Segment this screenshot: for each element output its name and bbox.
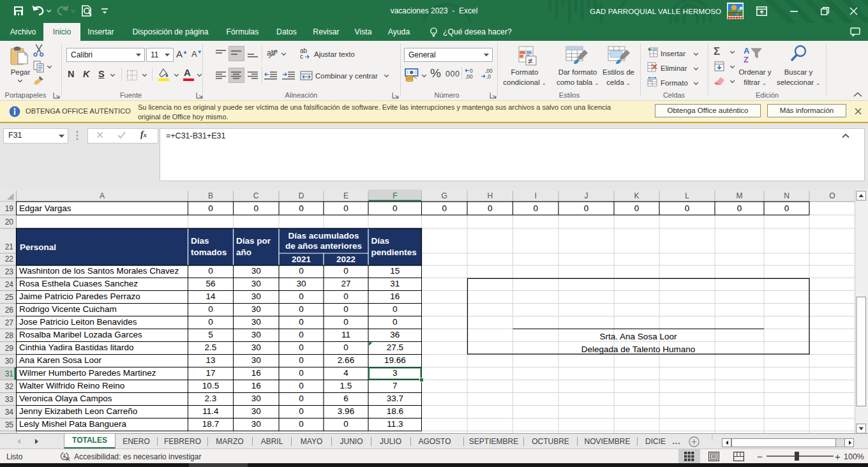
svg-text:30: 30 (251, 406, 261, 416)
svg-text:0: 0 (533, 203, 538, 212)
svg-text:0: 0 (299, 203, 304, 212)
svg-text:33: 33 (5, 394, 14, 403)
svg-text:30: 30 (251, 292, 261, 301)
svg-text:0: 0 (634, 203, 640, 212)
svg-text:15: 15 (390, 266, 400, 276)
svg-text:30: 30 (251, 317, 261, 327)
svg-text:Lesly Mishel Pata Banguera: Lesly Mishel Pata Banguera (19, 419, 127, 429)
svg-text:3.96: 3.96 (338, 406, 354, 416)
svg-text:2022: 2022 (336, 254, 355, 263)
svg-text:Días: Días (191, 236, 209, 246)
svg-text:24: 24 (5, 279, 14, 288)
svg-text:F: F (393, 191, 397, 200)
svg-text:4: 4 (343, 368, 348, 378)
svg-text:0: 0 (299, 304, 304, 314)
svg-text:J: J (585, 191, 588, 200)
svg-text:Rosa Esthela Cuases Sanchez: Rosa Esthela Cuases Sanchez (19, 279, 138, 288)
svg-text:0: 0 (393, 317, 398, 327)
svg-text:Veronica Olaya Campos: Veronica Olaya Campos (19, 394, 112, 403)
svg-text:0: 0 (784, 203, 789, 212)
svg-text:23: 23 (5, 267, 14, 276)
svg-text:11.3: 11.3 (387, 419, 403, 429)
svg-text:1.5: 1.5 (340, 381, 352, 390)
svg-text:17: 17 (206, 368, 215, 378)
svg-text:0: 0 (737, 203, 742, 212)
svg-text:22: 22 (5, 255, 14, 263)
svg-text:A: A (100, 191, 105, 200)
svg-text:0: 0 (299, 368, 304, 378)
svg-text:0: 0 (343, 304, 348, 314)
svg-text:30: 30 (251, 394, 261, 403)
svg-text:21: 21 (5, 242, 14, 251)
svg-text:20: 20 (5, 218, 14, 226)
svg-text:0: 0 (299, 292, 304, 301)
svg-text:0: 0 (299, 394, 304, 403)
svg-text:11: 11 (341, 330, 350, 339)
svg-text:A: A (744, 46, 750, 56)
svg-text:Rodrigo Vicente Cuicham: Rodrigo Vicente Cuicham (19, 304, 117, 314)
svg-text:0: 0 (299, 419, 304, 429)
svg-text:0: 0 (343, 419, 348, 429)
svg-text:0: 0 (208, 266, 213, 276)
svg-text:tomados: tomados (191, 248, 227, 257)
svg-text:19: 19 (5, 204, 14, 213)
svg-text:0: 0 (685, 203, 690, 212)
svg-text:O: O (829, 191, 835, 200)
svg-text:56: 56 (206, 279, 215, 288)
svg-text:H: H (487, 191, 493, 200)
svg-text:18.7: 18.7 (202, 419, 219, 429)
svg-text:31: 31 (5, 369, 14, 378)
svg-text:L: L (685, 191, 689, 200)
svg-text:16: 16 (251, 381, 261, 390)
svg-text:7: 7 (393, 381, 398, 390)
svg-text:27: 27 (341, 279, 350, 288)
svg-text:B: B (208, 191, 213, 200)
svg-text:Personal: Personal (20, 242, 56, 252)
svg-text:0: 0 (299, 343, 304, 352)
svg-text:Z: Z (744, 55, 749, 64)
svg-text:13: 13 (206, 355, 215, 365)
svg-text:30: 30 (251, 330, 261, 339)
svg-text:0: 0 (343, 266, 348, 276)
svg-text:2.5: 2.5 (205, 343, 217, 352)
svg-text:0: 0 (584, 203, 589, 212)
svg-text:14: 14 (206, 292, 216, 301)
svg-text:E: E (343, 191, 348, 200)
svg-text:c: c (300, 53, 303, 60)
svg-text:30: 30 (251, 419, 261, 429)
svg-text:0: 0 (299, 355, 304, 365)
svg-text:25: 25 (5, 292, 14, 301)
svg-text:36: 36 (390, 330, 400, 339)
svg-text:11.4: 11.4 (202, 406, 219, 416)
svg-text:30: 30 (251, 279, 261, 288)
svg-text:27.5: 27.5 (387, 343, 403, 352)
svg-text:0: 0 (442, 203, 447, 212)
svg-text:de años anteriores: de años anteriores (285, 241, 362, 251)
svg-text:C: C (253, 191, 259, 200)
svg-text:Jose Patricio Leiton Benavides: Jose Patricio Leiton Benavides (19, 317, 137, 327)
svg-text:0: 0 (299, 317, 304, 327)
svg-text:,00: ,00 (465, 73, 473, 80)
svg-text:Edgar Vargas: Edgar Vargas (19, 203, 71, 212)
svg-text:0: 0 (343, 343, 348, 352)
svg-text:34: 34 (5, 407, 14, 416)
svg-text:Jenny Ekizabeth Leon Carreño: Jenny Ekizabeth Leon Carreño (19, 406, 137, 416)
svg-text:Walter Wilfrido Reino Reino: Walter Wilfrido Reino Reino (19, 381, 124, 390)
svg-text:,0: ,0 (486, 73, 491, 80)
svg-text:0: 0 (393, 304, 398, 314)
svg-text:0: 0 (299, 330, 304, 339)
svg-text:31: 31 (390, 279, 400, 288)
svg-text:0: 0 (299, 266, 304, 276)
svg-text:Ana Karen Sosa Loor: Ana Karen Sosa Loor (19, 355, 102, 365)
svg-text:0: 0 (208, 203, 213, 212)
svg-text:0: 0 (299, 381, 304, 390)
svg-text:D: D (299, 191, 304, 200)
svg-text:16: 16 (390, 292, 400, 301)
svg-text:27: 27 (5, 318, 14, 327)
svg-text:Días acumulados: Días acumulados (288, 231, 359, 241)
svg-text:30: 30 (251, 266, 261, 276)
svg-text:29: 29 (5, 343, 14, 352)
svg-text:pendientes: pendientes (371, 248, 417, 257)
svg-text:0: 0 (343, 292, 348, 301)
svg-text:2.3: 2.3 (205, 394, 217, 403)
